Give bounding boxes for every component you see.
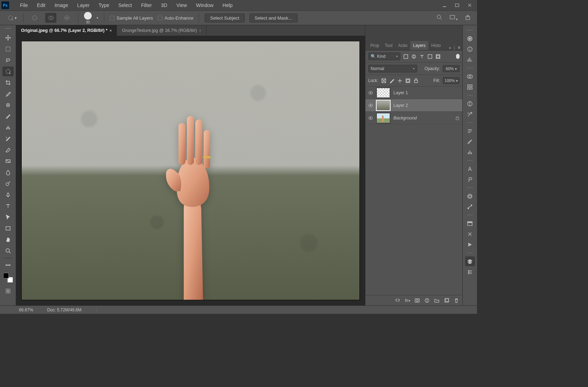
crop-tool-icon[interactable] [2,78,14,88]
panel-tab-history[interactable]: Histo [428,41,443,50]
paths-panel-icon[interactable] [465,202,475,212]
status-arrow-icon[interactable]: 〉 [96,307,100,313]
maximize-icon[interactable] [455,3,460,8]
panel-overflow-icon[interactable]: » [449,46,451,50]
add-mask-icon[interactable] [415,298,420,303]
menu-window[interactable]: Window [191,1,218,9]
lock-all-icon[interactable] [413,78,419,83]
panel-tab-properties[interactable]: Prop [368,41,382,50]
3d-panel-icon[interactable] [465,191,475,201]
gradient-tool-icon[interactable] [2,156,14,166]
menu-select[interactable]: Select [114,1,136,9]
pen-tool-icon[interactable] [2,190,14,200]
toolbox-handle[interactable] [3,28,13,30]
brush-size-preview[interactable]: 30 [84,12,92,24]
channels-panel-icon[interactable] [465,267,475,277]
brushes-panel-icon[interactable] [465,137,475,146]
share-icon[interactable] [465,14,471,21]
foreground-background-swatch[interactable] [3,273,13,283]
document-tab-original[interactable]: Original.jpeg @ 66.7% (Layer 2, RGB/8#) … [16,25,117,36]
menu-view[interactable]: View [172,1,191,9]
auto-enhance-checkbox[interactable]: Auto-Enhance [158,15,193,21]
search-icon[interactable] [436,14,442,21]
delete-layer-icon[interactable] [454,298,459,303]
panel-tab-layers[interactable]: Layers [410,41,428,50]
menu-filter[interactable]: Filter [136,1,156,9]
glyphs-panel-icon[interactable] [465,174,475,184]
rectangle-tool-icon[interactable] [2,223,14,233]
link-layers-icon[interactable] [395,298,400,303]
close-icon[interactable] [467,3,472,8]
blend-mode-dropdown[interactable]: Normal▾ [368,65,417,72]
blur-tool-icon[interactable] [2,167,14,177]
add-group-icon[interactable] [434,298,439,303]
adjustments-icon[interactable] [465,99,475,109]
document-tab-grunge[interactable]: GrungeTexture.jpg @ 16.7% (RGB/8#)× [117,25,206,36]
menu-edit[interactable]: Edit [33,1,50,9]
character-panel-icon[interactable] [465,164,475,174]
brush-tool-icon[interactable] [2,111,14,121]
menu-file[interactable]: File [15,1,33,9]
menu-layer[interactable]: Layer [73,1,94,9]
move-tool-icon[interactable] [2,33,14,43]
marquee-tool-icon[interactable] [2,44,14,54]
paragraph-panel-icon[interactable] [465,126,475,136]
minimize-icon[interactable] [442,3,447,8]
screen-mode-icon[interactable]: ▾ [449,14,458,21]
filter-adjustment-icon[interactable] [411,54,416,59]
hand-tool-icon[interactable] [2,235,14,244]
filter-pixel-icon[interactable] [403,54,408,59]
filter-smart-icon[interactable] [435,54,441,59]
opacity-input[interactable]: 60%▾ [443,65,460,72]
layer-thumbnail[interactable] [377,101,390,110]
dodge-tool-icon[interactable] [2,179,14,188]
clone-source-icon[interactable] [465,147,475,157]
selection-new-icon[interactable] [29,13,40,23]
filter-shape-icon[interactable] [427,54,433,59]
add-layer-icon[interactable] [444,298,449,303]
lock-position-icon[interactable] [397,78,402,83]
menu-type[interactable]: Type [94,1,114,9]
lock-image-icon[interactable] [389,78,394,83]
type-tool-icon[interactable] [2,201,14,211]
layers-panel-icon[interactable] [465,256,475,266]
panel-tab-actions[interactable]: Actio [395,41,410,50]
select-and-mask-button[interactable]: Select and Mask... [250,14,298,22]
document-canvas[interactable] [22,41,359,300]
fill-input[interactable]: 100%▾ [443,77,460,84]
lock-transparency-icon[interactable] [381,78,386,83]
quick-selection-tool-icon[interactable] [2,67,14,76]
panel-menu-icon[interactable]: ≡ [458,45,460,50]
layer-fx-icon[interactable]: fx▾ [405,298,410,303]
layer-row-layer2[interactable]: Layer 2 [365,99,462,112]
visibility-icon[interactable] [368,103,373,108]
path-selection-tool-icon[interactable] [2,212,14,222]
color-wheel-icon[interactable] [465,34,475,43]
eyedropper-tool-icon[interactable] [2,89,14,99]
zoom-level[interactable]: 66.67% [19,307,33,312]
filter-type-icon[interactable] [419,54,425,59]
navigator-panel-icon[interactable] [465,219,475,228]
visibility-icon[interactable] [368,116,373,120]
styles-icon[interactable]: fx [465,109,475,119]
lasso-tool-icon[interactable] [2,55,14,65]
selection-add-icon[interactable] [45,13,56,23]
selection-subtract-icon[interactable] [61,13,72,23]
layer-thumbnail[interactable] [377,88,390,98]
add-adjustment-icon[interactable] [425,298,429,303]
swatches-icon[interactable] [465,71,475,81]
menu-image[interactable]: Image [50,1,73,9]
libraries-icon[interactable] [465,82,475,92]
timeline-panel-icon[interactable] [465,240,475,249]
doc-size[interactable]: Doc: 5.72M/49.6M [47,307,82,312]
layer-row-layer1[interactable]: Layer 1 [365,87,462,99]
edit-toolbar-icon[interactable] [2,260,14,270]
filter-toggle-icon[interactable] [456,54,460,59]
eraser-tool-icon[interactable] [2,145,14,155]
panel-tab-tool[interactable]: Tool [382,41,395,50]
history-brush-tool-icon[interactable] [2,134,14,144]
quick-mask-icon[interactable] [2,286,14,296]
tools-panel-icon[interactable] [465,229,475,239]
clone-stamp-tool-icon[interactable] [2,123,14,132]
close-tab-icon[interactable]: × [110,28,112,33]
